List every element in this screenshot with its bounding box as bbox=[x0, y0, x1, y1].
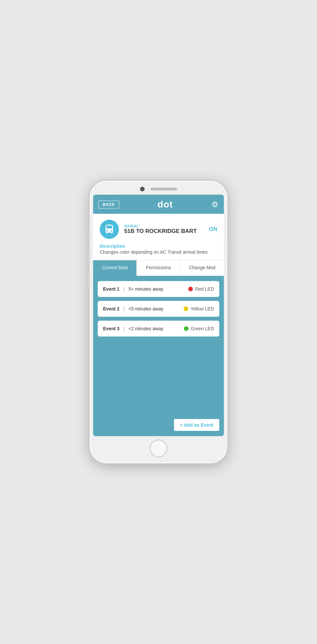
earpiece-speaker bbox=[151, 188, 177, 190]
event-3-separator: | bbox=[123, 326, 126, 331]
event-1-led-label: Red LED bbox=[195, 286, 214, 292]
event-1-separator: | bbox=[123, 286, 126, 292]
mute-button bbox=[88, 230, 90, 242]
event-1-left: Event 1 | 5+ minutes away bbox=[103, 286, 163, 292]
tab-permissions[interactable]: Permissions bbox=[137, 260, 180, 276]
event-3-right: Green LED bbox=[184, 326, 214, 331]
description-text: Changes color depending on AC Transit ar… bbox=[100, 249, 217, 255]
event-1-number: Event 1 bbox=[103, 286, 120, 292]
app-title: dot bbox=[158, 199, 173, 210]
signal-status: ON bbox=[209, 226, 218, 233]
event-3-condition: <2 minutes away bbox=[128, 326, 163, 331]
volume-down-button bbox=[88, 269, 90, 288]
event-card-2[interactable]: Event 2 | <5 minutes away Yellow LED bbox=[98, 301, 219, 317]
bus-icon-circle bbox=[100, 220, 119, 239]
back-button[interactable]: BACK bbox=[98, 201, 119, 209]
event-1-right: Red LED bbox=[188, 286, 214, 292]
description-section: Description Changes color depending on A… bbox=[100, 242, 217, 255]
event-1-condition: 5+ minutes away bbox=[128, 286, 163, 292]
signal-name: 51B TO ROCKRIDGE BART bbox=[124, 228, 204, 235]
event-2-condition: <5 minutes away bbox=[128, 306, 163, 311]
signal-card: SIGNAL 51B TO ROCKRIDGE BART ON Descript… bbox=[93, 214, 224, 260]
signal-info: SIGNAL 51B TO ROCKRIDGE BART bbox=[124, 224, 204, 235]
event-3-number: Event 3 bbox=[103, 326, 120, 331]
description-label: Description bbox=[100, 243, 217, 249]
phone-screen: BACK dot ⚙ SIGNAL 51B TO ROCKRIDGE BART … bbox=[93, 195, 224, 436]
home-button[interactable] bbox=[150, 439, 167, 457]
event-2-number: Event 2 bbox=[103, 306, 120, 311]
signal-top-row: SIGNAL 51B TO ROCKRIDGE BART ON bbox=[100, 220, 217, 239]
app-header: BACK dot ⚙ bbox=[93, 195, 224, 214]
event-2-separator: | bbox=[123, 306, 126, 311]
tab-change-mod[interactable]: Change Mod bbox=[181, 260, 224, 276]
event-2-led-label: Yellow LED bbox=[191, 306, 214, 311]
event-2-left: Event 2 | <5 minutes away bbox=[103, 306, 163, 311]
tabs-bar: Current Mod Permissions Change Mod bbox=[93, 260, 224, 276]
settings-icon[interactable]: ⚙ bbox=[211, 200, 219, 209]
event-2-right: Yellow LED bbox=[184, 306, 214, 311]
bus-icon bbox=[104, 224, 115, 235]
phone-top-bar bbox=[93, 187, 224, 191]
phone-frame: BACK dot ⚙ SIGNAL 51B TO ROCKRIDGE BART … bbox=[89, 180, 228, 464]
front-camera bbox=[140, 187, 145, 191]
event-card-1[interactable]: Event 1 | 5+ minutes away Red LED bbox=[98, 281, 219, 297]
signal-label: SIGNAL bbox=[124, 224, 204, 228]
add-event-button[interactable]: + Add an Event bbox=[174, 419, 219, 431]
event-3-left: Event 3 | <2 minutes away bbox=[103, 326, 163, 331]
tab-current-mod[interactable]: Current Mod bbox=[93, 260, 137, 276]
green-led-dot bbox=[184, 326, 189, 331]
tab-content: Event 1 | 5+ minutes away Red LED Event … bbox=[93, 276, 224, 436]
event-card-3[interactable]: Event 3 | <2 minutes away Green LED bbox=[98, 321, 219, 337]
red-led-dot bbox=[188, 287, 193, 291]
volume-up-button bbox=[88, 247, 90, 265]
power-button bbox=[227, 240, 229, 260]
yellow-led-dot bbox=[184, 306, 188, 311]
event-3-led-label: Green LED bbox=[191, 326, 214, 331]
